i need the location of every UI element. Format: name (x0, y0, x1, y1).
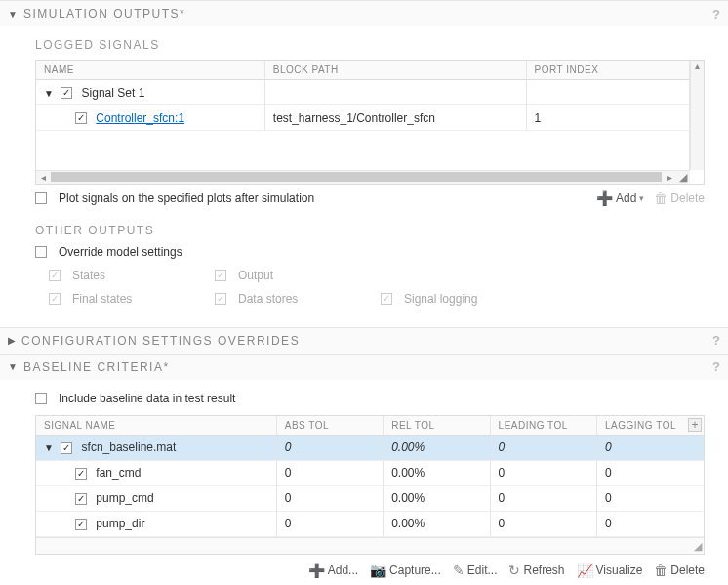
cell-leading-tol[interactable]: 0 (490, 511, 596, 536)
col-header-signal-name[interactable]: SIGNAL NAME (36, 416, 276, 436)
table-row[interactable]: ✓ Controller_sfcn:1 test_harness_1/Contr… (36, 105, 690, 131)
edit-label: Edit... (467, 564, 498, 577)
table-row[interactable]: ✓ pump_cmd 0 0.00% 0 0 (36, 485, 704, 511)
checkbox: ✓ (215, 293, 226, 305)
checkbox[interactable]: ✓ (75, 519, 87, 530)
signal-name: pump_cmd (96, 491, 153, 505)
cell-rel-tol[interactable]: 0.00% (384, 435, 490, 460)
checkbox[interactable]: ✓ (61, 442, 72, 454)
help-icon[interactable]: ? (712, 7, 720, 21)
checkbox[interactable]: ✓ (75, 468, 87, 480)
col-header-name[interactable]: NAME (36, 61, 264, 80)
plot-signals-option[interactable]: ✓ Plot signals on the specified plots af… (35, 191, 314, 205)
cell-empty (526, 80, 689, 105)
table-row[interactable]: ✓ fan_cmd 0 0.00% 0 0 (36, 460, 704, 485)
add-button[interactable]: ➕ Add ▾ (596, 190, 644, 206)
visualize-label: Visualize (596, 564, 643, 577)
section-title: SIMULATION OUTPUTS* (23, 7, 185, 21)
output-option: ✓ Output (215, 269, 342, 282)
chevron-down-icon: ▾ (639, 193, 644, 203)
override-model-settings-option[interactable]: ✓ Override model settings (35, 245, 705, 259)
col-header-block-path[interactable]: BLOCK PATH (264, 61, 526, 80)
cell-lagging-tol[interactable]: 0 (597, 511, 704, 536)
signal-set-name: Signal Set 1 (82, 86, 145, 100)
cell-leading-tol[interactable]: 0 (490, 485, 596, 511)
signal-link[interactable]: Controller_sfcn:1 (96, 111, 184, 125)
help-icon[interactable]: ? (712, 333, 720, 348)
col-header-port-index[interactable]: PORT INDEX (526, 61, 689, 80)
cell-lagging-tol[interactable]: 0 (597, 485, 704, 511)
cell-rel-tol[interactable]: 0.00% (384, 460, 490, 485)
help-icon[interactable]: ? (712, 359, 720, 374)
section-body-simulation-outputs: LOGGED SIGNALS NAME BLOCK PATH PORT INDE… (0, 26, 728, 327)
delete-button[interactable]: 🗑 Delete (654, 563, 705, 578)
col-header-abs-tol[interactable]: ABS TOL (276, 416, 383, 436)
cell-lagging-tol[interactable]: 0 (597, 435, 704, 460)
final-states-label: Final states (72, 292, 132, 306)
data-stores-label: Data stores (238, 292, 298, 306)
scroll-left-icon[interactable]: ◂ (36, 172, 50, 183)
checkbox: ✓ (49, 270, 61, 281)
vertical-scrollbar[interactable]: ▴ (690, 61, 704, 170)
table-row[interactable]: ✓ pump_dir 0 0.00% 0 0 (36, 511, 704, 536)
resize-icon[interactable]: ◢ (694, 540, 702, 552)
cell-rel-tol[interactable]: 0.00% (384, 511, 490, 536)
other-outputs-heading: OTHER OUTPUTS (35, 224, 705, 237)
trash-icon: 🗑 (654, 190, 667, 206)
section-header-config-overrides[interactable]: ▶ CONFIGURATION SETTINGS OVERRIDES ? (0, 328, 728, 354)
cell-empty (264, 80, 526, 105)
override-label: Override model settings (59, 245, 182, 259)
checkbox[interactable]: ✓ (75, 112, 87, 124)
cell-abs-tol[interactable]: 0 (276, 435, 383, 460)
tree-toggle-icon[interactable]: ▼ (44, 88, 54, 99)
add-label: Add... (328, 564, 358, 577)
checkbox[interactable]: ✓ (35, 192, 47, 204)
collapse-icon: ▼ (8, 9, 18, 20)
checkbox[interactable]: ✓ (35, 246, 47, 258)
delete-button[interactable]: 🗑 Delete (654, 190, 705, 206)
checkbox[interactable]: ✓ (35, 393, 47, 404)
scroll-handle[interactable] (51, 172, 662, 182)
cell-leading-tol[interactable]: 0 (490, 435, 596, 460)
visualize-button[interactable]: 📈 Visualize (577, 563, 643, 578)
edit-button[interactable]: ✎ Edit... (453, 563, 498, 578)
section-header-simulation-outputs[interactable]: ▼ SIMULATION OUTPUTS* ? (0, 1, 728, 26)
scroll-up-icon[interactable]: ▴ (691, 61, 704, 74)
include-baseline-option[interactable]: ✓ Include baseline data in test result (35, 392, 705, 405)
scroll-right-icon[interactable]: ▸ (663, 172, 676, 183)
logged-signals-table-wrap: NAME BLOCK PATH PORT INDEX ▼ ✓ Signal Se… (35, 60, 705, 185)
other-outputs-grid: ✓ States ✓ Output ✓ Final states ✓ Data … (35, 269, 705, 306)
plus-icon: ➕ (596, 190, 613, 206)
checkbox[interactable]: ✓ (75, 493, 87, 505)
final-states-option: ✓ Final states (49, 292, 176, 306)
capture-button[interactable]: 📷 Capture... (370, 563, 441, 578)
cell-abs-tol[interactable]: 0 (276, 511, 383, 536)
checkbox[interactable]: ✓ (61, 87, 72, 99)
cell-lagging-tol[interactable]: 0 (597, 460, 704, 485)
plus-icon: ➕ (308, 563, 325, 578)
logged-signals-heading: LOGGED SIGNALS (35, 38, 705, 52)
table-row[interactable]: ▼ ✓ sfcn_baseline.mat 0 0.00% 0 0 (36, 435, 704, 460)
col-header-leading-tol[interactable]: LEADING TOL (490, 416, 596, 436)
section-body-baseline-criteria: ✓ Include baseline data in test result +… (0, 380, 728, 586)
cell-block-path: test_harness_1/Controller_sfcn (264, 105, 526, 131)
section-header-baseline-criteria[interactable]: ▼ BASELINE CRITERIA* ? (0, 355, 728, 380)
cell-abs-tol[interactable]: 0 (276, 485, 383, 511)
table-row[interactable]: ▼ ✓ Signal Set 1 (36, 80, 690, 105)
logged-signals-toolbar: ➕ Add ▾ 🗑 Delete (596, 190, 705, 206)
signal-name: fan_cmd (96, 466, 141, 480)
cell-abs-tol[interactable]: 0 (276, 460, 383, 485)
col-header-rel-tol[interactable]: REL TOL (384, 416, 490, 436)
resize-icon[interactable]: ◢ (676, 171, 690, 184)
logged-signals-footer: ✓ Plot signals on the specified plots af… (35, 185, 705, 206)
add-column-button[interactable]: + (688, 418, 702, 432)
refresh-button[interactable]: ↻ Refresh (508, 563, 564, 578)
checkbox: ✓ (215, 270, 226, 281)
section-title: CONFIGURATION SETTINGS OVERRIDES (21, 334, 300, 348)
horizontal-scrollbar[interactable]: ◂ ▸ ◢ (36, 170, 690, 184)
cell-rel-tol[interactable]: 0.00% (384, 485, 490, 511)
tree-toggle-icon[interactable]: ▼ (44, 442, 54, 453)
logged-signals-table: NAME BLOCK PATH PORT INDEX ▼ ✓ Signal Se… (36, 61, 690, 170)
add-button[interactable]: ➕ Add... (308, 563, 358, 578)
cell-leading-tol[interactable]: 0 (490, 460, 596, 485)
